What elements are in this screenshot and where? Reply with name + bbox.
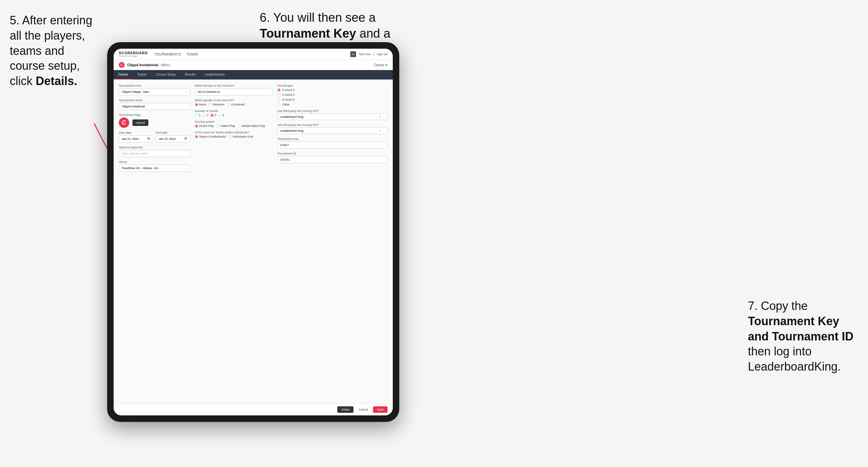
api-select-value-2: Leaderboard King — [280, 129, 304, 132]
gender-womens-radio[interactable] — [209, 103, 212, 106]
cancel-button[interactable]: Cancel — [356, 406, 370, 413]
tab-details[interactable]: Details — [114, 70, 133, 80]
annotation-bottom-right: 7. Copy the Tournament Key and Tournamen… — [748, 299, 858, 374]
clear-api-2-btn[interactable]: ✕ — [379, 129, 381, 132]
calendar-icon-2: 📅 — [184, 137, 187, 141]
format-other[interactable]: Other — [277, 103, 388, 106]
annotation-left: 5. After entering all the players, teams… — [10, 13, 107, 89]
tournament-title: Clippd Invitational — [127, 63, 158, 67]
gender-mens[interactable]: Mens — [195, 103, 206, 106]
tab-leaderboards[interactable]: Leaderboards — [200, 70, 229, 80]
nav-tournaments[interactable]: TOURNAMENTS — [154, 53, 181, 56]
format-6count5-radio[interactable] — [277, 98, 280, 101]
teams-option-radio[interactable] — [195, 135, 198, 138]
cancel-link[interactable]: Cancel ✕ — [374, 63, 388, 67]
tab-results[interactable]: Results — [180, 70, 200, 80]
venue-arrow: ⌄ — [185, 167, 187, 170]
round-1-radio[interactable] — [195, 114, 198, 117]
division-value: NCAA Division III — [198, 90, 220, 93]
division-arrow: ⌄ — [268, 91, 270, 93]
individuals-option-radio[interactable] — [228, 135, 232, 138]
gender-combined[interactable]: Combined — [227, 103, 244, 106]
end-date-label: End date — [156, 131, 190, 134]
upload-button[interactable]: Upload — [132, 119, 148, 126]
format-6count4[interactable]: 6 count 4 — [277, 93, 388, 96]
format-6count4-radio[interactable] — [277, 93, 280, 96]
scoring-stroke[interactable]: Stroke Play — [195, 124, 214, 128]
tournament-name: C Clippd Invitational (Men) — [119, 62, 170, 68]
division-input[interactable]: NCAA Division III ⌄ — [195, 88, 273, 95]
middle-column: Which division is the event for? NCAA Di… — [195, 84, 273, 399]
end-date-input[interactable]: Jan 23, 2024 📅 — [156, 135, 190, 143]
sign-out-link[interactable]: Sign out — [377, 53, 388, 56]
tournament-name-input[interactable]: Clippd Invitational — [119, 103, 190, 110]
tournament-name-label: Tournament name — [119, 99, 190, 102]
round-3-radio[interactable] — [210, 114, 214, 117]
third-party-1-field: Use third-party live scoring API? Leader… — [277, 110, 388, 120]
tab-bar: Details Teams Course Setup Results Leade… — [114, 70, 393, 80]
tournament-name-field: Tournament name Clippd Invitational — [119, 99, 190, 110]
tournament-id-field: Tournament ID 302051 — [277, 152, 388, 163]
tournament-host-input[interactable]: Clippd College - Men ⌄ — [119, 88, 190, 95]
start-date-input[interactable]: Jan 21, 2024 📅 — [119, 135, 153, 143]
gender-combined-radio[interactable] — [227, 103, 230, 106]
scoring-stroke-radio[interactable] — [195, 124, 198, 128]
gender-label: Which gender is the event for? — [195, 99, 273, 102]
tournament-host-value: Clippd College - Men — [122, 90, 149, 93]
tournament-logo: C — [119, 62, 125, 68]
sponsor-field: Sponsor (optional) Enter sponsor name — [119, 146, 190, 157]
round-3[interactable]: 3 — [210, 114, 216, 117]
tournament-gender: (Men) — [161, 63, 170, 67]
gender-womens[interactable]: Womens — [209, 103, 224, 106]
tournament-logo-label: Tournament logo — [119, 113, 190, 117]
format-5count4-radio[interactable] — [277, 88, 280, 92]
save-button[interactable]: Save — [373, 406, 388, 413]
nav-teams[interactable]: TEAMS — [186, 53, 198, 56]
teams-label: Is this event for Teams and/or Individua… — [195, 131, 273, 134]
third-party-1-value: Leaderboard King — [280, 115, 304, 119]
logo-section: C Upload — [119, 118, 190, 128]
scoring-match-radio[interactable] — [217, 124, 220, 128]
user-name: Test User — [359, 53, 371, 56]
scoring-radio-group: Stroke Play Match Play Medal Match Play — [195, 124, 273, 128]
venue-input[interactable]: Peachtree GC - Atlanta - GA ⌄ — [119, 164, 190, 172]
round-4-radio[interactable] — [218, 114, 221, 117]
scoring-match[interactable]: Match Play — [217, 124, 235, 128]
round-2[interactable]: 2 — [203, 114, 208, 117]
rounds-field: Number of rounds 1 2 — [195, 110, 273, 117]
tournament-key-field: Tournament Key b4f5b7 — [277, 137, 388, 149]
gender-radio-group: Mens Womens Combined — [195, 103, 273, 106]
scoring-medal[interactable]: Medal Match Play — [238, 124, 266, 128]
tournament-id-value: 302051 — [277, 156, 388, 163]
brand-sub: Powered by clippd — [119, 55, 148, 57]
tablet-screen: SCOREBOARD Powered by clippd TOURNAMENTS… — [114, 49, 393, 415]
gender-mens-radio[interactable] — [195, 103, 198, 106]
calendar-icon: 📅 — [147, 137, 150, 141]
third-party-1-label: Use third-party live scoring API? — [277, 110, 388, 113]
app-header: SCOREBOARD Powered by clippd TOURNAMENTS… — [114, 49, 393, 60]
delete-button[interactable]: Delete — [337, 406, 353, 413]
tab-teams[interactable]: Teams — [133, 70, 151, 80]
round-4[interactable]: 4 — [218, 114, 224, 117]
clear-api-1-btn[interactable]: ✕ — [379, 116, 381, 119]
tournament-title-bar: C Clippd Invitational (Men) Cancel ✕ — [114, 60, 393, 70]
round-1[interactable]: 1 — [195, 114, 200, 117]
format-5count4[interactable]: 5 count 4 — [277, 88, 388, 92]
nav-links: TOURNAMENTS TEAMS — [154, 53, 343, 56]
format-6count5[interactable]: 6 count 5 — [277, 98, 388, 101]
third-party-2-value: Leaderboard King — [280, 129, 304, 132]
third-party-1-select[interactable]: Leaderboard King ✕ ⌄ — [277, 114, 388, 120]
sponsor-input[interactable]: Enter sponsor name — [119, 150, 190, 157]
individuals-option[interactable]: Individuals Only — [228, 135, 253, 138]
tab-course-setup[interactable]: Course Setup — [151, 70, 180, 80]
format-other-radio[interactable] — [277, 103, 280, 106]
api-select-value-1: Leaderboard King — [280, 115, 304, 119]
round-2-radio[interactable] — [203, 114, 206, 117]
logo-c-icon: C — [119, 118, 129, 128]
teams-option[interactable]: Teams (+Individuals) — [195, 135, 226, 138]
venue-field: Venue Peachtree GC - Atlanta - GA ⌄ — [119, 160, 190, 172]
scoring-medal-radio[interactable] — [238, 124, 241, 128]
end-date-field: End date Jan 23, 2024 📅 — [156, 131, 190, 143]
rounds-label: Number of rounds — [195, 110, 273, 113]
third-party-2-select[interactable]: Leaderboard King ✕ ⌄ — [277, 128, 388, 134]
